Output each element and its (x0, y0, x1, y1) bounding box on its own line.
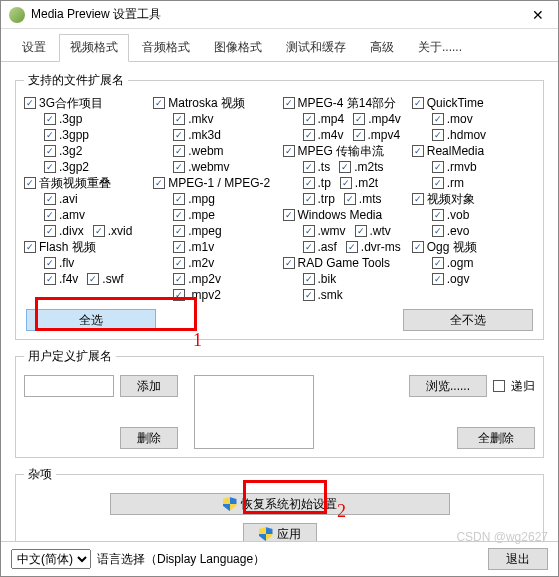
ext-label: .vob (447, 208, 470, 222)
delete-button[interactable]: 删除 (120, 427, 178, 449)
ext-checkbox[interactable] (412, 241, 424, 253)
ext-checkbox[interactable] (432, 273, 444, 285)
ext-checkbox[interactable] (432, 177, 444, 189)
ext-checkbox[interactable] (353, 129, 365, 141)
ext-label: .mts (359, 192, 382, 206)
format-group: Flash 视频 (24, 239, 147, 255)
ext-checkbox[interactable] (44, 113, 56, 125)
ext-checkbox[interactable] (339, 161, 351, 173)
ext-label: .webmv (188, 160, 229, 174)
ext-checkbox[interactable] (173, 209, 185, 221)
ext-checkbox[interactable] (44, 273, 56, 285)
ext-checkbox[interactable] (432, 225, 444, 237)
ext-label: 音频视频重叠 (39, 175, 111, 192)
ext-label: .tp (318, 176, 331, 190)
ext-checkbox[interactable] (303, 273, 315, 285)
ext-label: .mp2v (188, 272, 221, 286)
ext-checkbox[interactable] (173, 273, 185, 285)
ext-checkbox[interactable] (44, 145, 56, 157)
ext-checkbox[interactable] (412, 145, 424, 157)
select-none-button[interactable]: 全不选 (403, 309, 533, 331)
ext-checkbox[interactable] (173, 225, 185, 237)
ext-checkbox[interactable] (44, 129, 56, 141)
restore-button[interactable]: 恢复系统初始设置 (110, 493, 450, 515)
ext-checkbox[interactable] (432, 129, 444, 141)
format-ext: .mpe (173, 207, 276, 223)
ext-checkbox[interactable] (283, 97, 295, 109)
userext-input[interactable] (24, 375, 114, 397)
ext-checkbox[interactable] (303, 177, 315, 189)
format-ext: .avi (44, 191, 147, 207)
format-ext: .mpeg (173, 223, 276, 239)
ext-checkbox[interactable] (44, 193, 56, 205)
ext-checkbox[interactable] (412, 97, 424, 109)
ext-checkbox[interactable] (432, 113, 444, 125)
recursive-checkbox[interactable] (493, 380, 505, 392)
language-select[interactable]: 中文(简体) (11, 549, 91, 569)
ext-checkbox[interactable] (173, 257, 185, 269)
ext-label: .amv (59, 208, 85, 222)
tab-advanced[interactable]: 高级 (359, 34, 405, 62)
ext-checkbox[interactable] (24, 97, 36, 109)
browse-button[interactable]: 浏览...... (409, 375, 487, 397)
ext-checkbox[interactable] (303, 225, 315, 237)
ext-checkbox[interactable] (344, 193, 356, 205)
ext-checkbox[interactable] (412, 193, 424, 205)
ext-checkbox[interactable] (303, 129, 315, 141)
select-all-button[interactable]: 全选 (26, 309, 156, 331)
ext-checkbox[interactable] (173, 145, 185, 157)
ext-checkbox[interactable] (173, 289, 185, 301)
ext-checkbox[interactable] (303, 241, 315, 253)
tab-audio[interactable]: 音频格式 (131, 34, 201, 62)
delete-all-button[interactable]: 全删除 (457, 427, 535, 449)
ext-checkbox[interactable] (173, 241, 185, 253)
ext-checkbox[interactable] (153, 177, 165, 189)
ext-checkbox[interactable] (283, 145, 295, 157)
tab-test[interactable]: 测试和缓存 (275, 34, 357, 62)
ext-checkbox[interactable] (346, 241, 358, 253)
close-icon[interactable]: ✕ (526, 7, 550, 23)
format-ext: .3gp2 (44, 159, 147, 175)
ext-checkbox[interactable] (153, 97, 165, 109)
ext-label: Ogg 视频 (427, 239, 477, 256)
ext-checkbox[interactable] (340, 177, 352, 189)
ext-checkbox[interactable] (173, 129, 185, 141)
ext-checkbox[interactable] (303, 113, 315, 125)
userext-list[interactable] (194, 375, 314, 449)
tab-settings[interactable]: 设置 (11, 34, 57, 62)
add-button[interactable]: 添加 (120, 375, 178, 397)
ext-checkbox[interactable] (173, 193, 185, 205)
ext-checkbox[interactable] (24, 241, 36, 253)
ext-checkbox[interactable] (432, 257, 444, 269)
apply-button[interactable]: 应用 (243, 523, 317, 541)
ext-checkbox[interactable] (283, 257, 295, 269)
ext-checkbox[interactable] (432, 161, 444, 173)
ext-checkbox[interactable] (355, 225, 367, 237)
ext-checkbox[interactable] (303, 289, 315, 301)
format-ext: .rmvb (432, 159, 535, 175)
ext-label: .rm (447, 176, 464, 190)
tab-about[interactable]: 关于...... (407, 34, 473, 62)
ext-checkbox[interactable] (303, 193, 315, 205)
ext-checkbox[interactable] (44, 161, 56, 173)
ext-checkbox[interactable] (44, 209, 56, 221)
ext-checkbox[interactable] (44, 225, 56, 237)
ext-checkbox[interactable] (87, 273, 99, 285)
exit-button[interactable]: 退出 (488, 548, 548, 570)
ext-checkbox[interactable] (353, 113, 365, 125)
ext-checkbox[interactable] (173, 113, 185, 125)
ext-checkbox[interactable] (283, 209, 295, 221)
ext-label: .trp (318, 192, 335, 206)
format-group: RAD Game Tools (283, 255, 406, 271)
app-icon (9, 7, 25, 23)
tab-bar: 设置 视频格式 音频格式 图像格式 测试和缓存 高级 关于...... (1, 29, 558, 62)
ext-checkbox[interactable] (24, 177, 36, 189)
ext-label: 3G合作项目 (39, 95, 103, 112)
tab-image[interactable]: 图像格式 (203, 34, 273, 62)
ext-checkbox[interactable] (44, 257, 56, 269)
tab-video[interactable]: 视频格式 (59, 34, 129, 62)
ext-checkbox[interactable] (303, 161, 315, 173)
ext-checkbox[interactable] (432, 209, 444, 221)
ext-checkbox[interactable] (173, 161, 185, 173)
ext-checkbox[interactable] (93, 225, 105, 237)
